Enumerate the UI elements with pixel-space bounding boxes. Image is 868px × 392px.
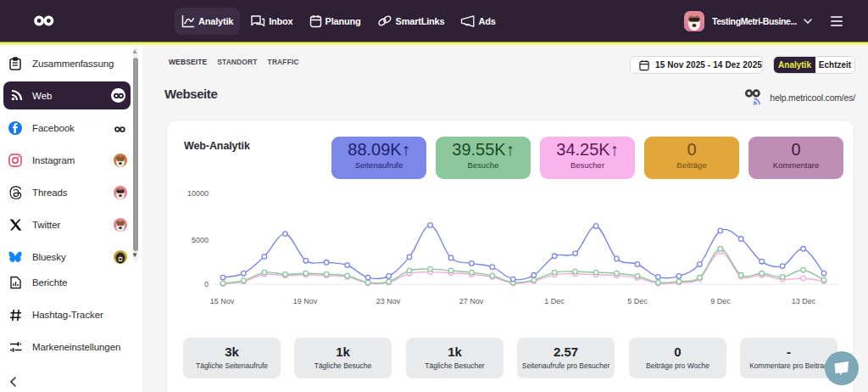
svg-text:10000: 10000 — [187, 189, 209, 198]
svg-text:5000: 5000 — [192, 236, 209, 244]
svg-text:0: 0 — [204, 280, 209, 288]
svg-text:15 Nov: 15 Nov — [210, 297, 235, 305]
svg-text:1 Dec: 1 Dec — [544, 297, 565, 305]
svg-text:13 Dec: 13 Dec — [792, 297, 816, 305]
svg-text:19 Nov: 19 Nov — [293, 297, 318, 305]
svg-text:23 Nov: 23 Nov — [376, 297, 401, 305]
svg-text:5 Dec: 5 Dec — [627, 297, 648, 305]
svg-text:9 Dec: 9 Dec — [710, 297, 731, 305]
svg-text:27 Nov: 27 Nov — [459, 297, 484, 305]
